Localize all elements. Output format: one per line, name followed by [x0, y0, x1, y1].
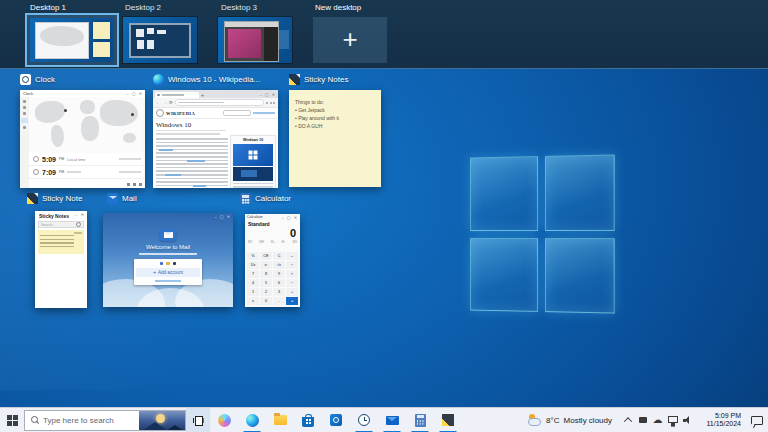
provider-icon	[173, 262, 177, 266]
sticky-note-line: • DO A GUH	[295, 122, 381, 130]
map-pin	[64, 109, 67, 112]
volume-icon	[683, 416, 693, 424]
task-view-button[interactable]	[186, 408, 210, 432]
calculator-key: 5	[260, 279, 272, 287]
taskbar-outlook-button[interactable]	[322, 408, 350, 432]
taskbar-date: 11/15/2024	[699, 420, 741, 429]
desktop-1-thumbnail[interactable]	[25, 13, 119, 67]
tab-title-skeleton	[162, 94, 184, 96]
calculator-key: 8	[260, 270, 272, 278]
wikipedia-search-skeleton	[223, 110, 251, 117]
mini-sticky-note	[93, 42, 110, 57]
calculator-window-title: Calculator	[255, 194, 291, 203]
tray-network-button[interactable]	[665, 408, 680, 432]
taskbar-search-box[interactable]: Type here to search	[24, 410, 186, 431]
sticky-note-line: • Play around with it	[295, 114, 381, 122]
calculator-key: 4	[247, 279, 259, 287]
wikipedia-article: Windows 10 Windows 10	[153, 119, 278, 188]
edge-icon	[246, 414, 259, 427]
virtual-desktops-bar: Desktop 1 Desktop 2 Desktop 3 New deskto…	[0, 0, 768, 69]
clock-window-header: Clock	[20, 74, 55, 85]
map-continent	[80, 100, 95, 113]
tray-volume-button[interactable]	[680, 408, 695, 432]
desktop-1-label: Desktop 1	[30, 3, 66, 12]
windows-logo	[470, 154, 615, 313]
windows-logo-pane	[544, 154, 614, 230]
sticky-notes-window-title: Sticky Notes	[304, 75, 348, 84]
taskbar-store-button[interactable]	[294, 408, 322, 432]
calculator-key: 1	[247, 288, 259, 296]
article-link-skeleton	[193, 185, 206, 187]
calculator-key: +	[286, 288, 298, 296]
mini-clock-window	[35, 22, 89, 58]
calculator-key: 3	[273, 288, 285, 296]
calculator-window-header: Calculator	[240, 193, 291, 204]
toolbar-dot	[266, 102, 268, 104]
taskbar-mail-button[interactable]	[378, 408, 406, 432]
window-thumbnail-wikipedia[interactable]: + – ▢ ✕ ← → ⟳ WIKIPEDIA Windows 10	[153, 90, 278, 188]
taskbar-file-explorer-button[interactable]	[266, 408, 294, 432]
taskbar-clock[interactable]: 5:09 PM 11/15/2024	[699, 412, 741, 429]
window-thumbnail-mail[interactable]: – ▢ ✕ Welcome to Mail + Add account	[103, 213, 233, 307]
url-skeleton	[178, 102, 224, 103]
start-button[interactable]	[0, 408, 24, 432]
calculator-key: √x	[273, 261, 285, 269]
clock-row-detail-skeleton	[119, 171, 141, 173]
account-provider-icons	[136, 262, 200, 266]
windows-logo-glyph	[249, 150, 258, 159]
provider-icon	[166, 262, 170, 266]
calculator-key: 6	[273, 279, 285, 287]
memory-key: M−	[282, 240, 286, 244]
desktop-2-thumbnail[interactable]	[123, 17, 197, 63]
calculator-key: .	[273, 297, 285, 305]
mountain-graphic	[157, 425, 185, 430]
calculator-key: C	[273, 252, 285, 260]
new-desktop-button[interactable]: +	[313, 17, 387, 63]
mini-editor-window	[224, 21, 279, 63]
action-center-button[interactable]	[746, 408, 768, 432]
taskbar-clock-app-button[interactable]	[350, 408, 378, 432]
window-thumbnail-sticky-notes[interactable]: Things to do:• Get Jetpack• Play around …	[289, 90, 381, 187]
window-thumbnail-sticky-list[interactable]: … ✕ Sticky Notes Search...	[35, 211, 87, 308]
taskbar-weather[interactable]: 8°C Mostly cloudy	[527, 414, 612, 426]
desktop-3-label: Desktop 3	[221, 3, 257, 12]
weather-partly-cloudy-icon	[527, 414, 542, 426]
windows-logo-pane	[544, 238, 614, 314]
taskbar-sticky-notes-button[interactable]	[434, 408, 462, 432]
address-bar	[175, 99, 264, 106]
footer-icon	[139, 183, 142, 186]
tray-overflow-button[interactable]	[620, 408, 635, 432]
window-thumbnail-calculator[interactable]: Calculator – ▢ ✕ Standard 0 MCMRM+M−MS %…	[245, 214, 300, 307]
desktop-3-thumbnail[interactable]	[218, 17, 292, 63]
article-link-skeleton	[187, 160, 205, 162]
calculator-key: %	[247, 252, 259, 260]
windows-logo-pane	[470, 156, 537, 230]
memory-key: M+	[271, 240, 275, 244]
taskbar-edge-button[interactable]	[238, 408, 266, 432]
taskbar-copilot-button[interactable]	[210, 408, 238, 432]
window-thumbnail-clock[interactable]: Clock – ▢ ✕ 5:09 PM Local time	[20, 90, 145, 188]
taskbar: Type here to search 8°C Mostly cloudy	[0, 407, 768, 432]
bing-daily-image	[139, 411, 185, 430]
calculator-key: ×	[286, 270, 298, 278]
browser-toolbar: ← → ⟳	[153, 98, 278, 108]
tray-onedrive-button[interactable]: ☁	[650, 408, 665, 432]
search-placeholder: Search...	[41, 223, 55, 227]
calculator-key: 1/x	[247, 261, 259, 269]
note-preview-card	[38, 230, 84, 254]
map-continent	[51, 125, 64, 147]
tray-device-button[interactable]	[635, 408, 650, 432]
taskbar-calculator-button[interactable]	[406, 408, 434, 432]
wikipedia-globe-icon	[156, 109, 164, 117]
mail-window-header: Mail	[107, 193, 137, 204]
mini-map	[40, 26, 85, 46]
infobox-caption: Windows 10	[233, 138, 273, 142]
calculator-key: CE	[260, 252, 272, 260]
mail-welcome-text: Welcome to Mail	[103, 244, 233, 250]
windows-task-view-screen: Desktop 1 Desktop 2 Desktop 3 New deskto…	[0, 0, 768, 432]
new-desktop-label: New desktop	[315, 3, 361, 12]
forward-icon: →	[163, 100, 168, 105]
sticky-notes-window-header: Sticky Notes	[289, 74, 348, 85]
mini-photos-window	[129, 23, 191, 59]
wikipedia-window-title: Windows 10 - Wikipedia...	[168, 75, 260, 84]
